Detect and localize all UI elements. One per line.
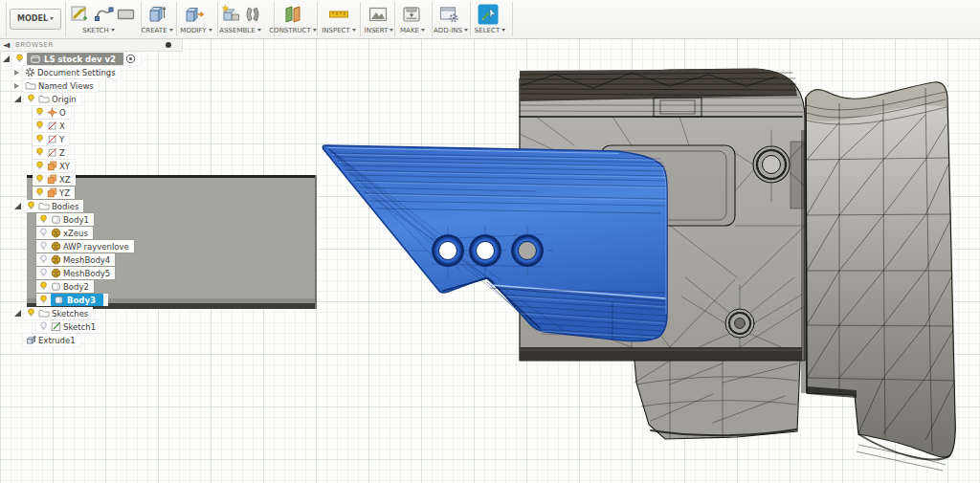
- component-icon: [30, 54, 41, 64]
- solid-body-icon: [51, 214, 61, 225]
- measure-icon[interactable]: [327, 3, 350, 26]
- divider: [65, 2, 66, 36]
- visibility-bulb-on-icon[interactable]: [34, 161, 45, 171]
- create-form-icon[interactable]: [145, 3, 168, 26]
- rectangle-tool-icon[interactable]: [115, 3, 138, 26]
- tree-label: Body1: [63, 215, 89, 225]
- visibility-bulb-on-icon[interactable]: [34, 134, 45, 144]
- tree-item-plane-xz[interactable]: XZ: [33, 173, 76, 186]
- viewport-scene: [0, 38, 980, 483]
- visibility-bulb-off-icon[interactable]: [38, 254, 49, 265]
- new-component-icon[interactable]: [220, 3, 243, 26]
- toolbar: MODEL SKETCH CREATE MODIFY ASSEMBLE CONS…: [0, 0, 980, 39]
- tree-label: xZeus: [63, 229, 88, 238]
- tree-item-meshbody4[interactable]: MeshBody4: [36, 253, 115, 266]
- stock-hole-3: [511, 234, 544, 267]
- visibility-bulb-off-icon[interactable]: [38, 321, 49, 332]
- origin-point-icon: [47, 107, 57, 118]
- tree-item-plane-xy[interactable]: XY: [33, 160, 75, 172]
- dock-collapse-icon[interactable]: ◄▮: [3, 38, 11, 51]
- mesh-body-icon: [51, 241, 61, 252]
- solid-body-icon: [51, 281, 61, 292]
- browser-title: BROWSER: [15, 41, 54, 49]
- chevron-down-icon: [501, 29, 505, 32]
- tree-item-axis-z[interactable]: Z: [33, 146, 70, 159]
- visibility-bulb-off-icon[interactable]: [38, 268, 49, 278]
- tree-item-body3-selected[interactable]: Body3: [36, 294, 108, 306]
- stock-hole-2: [469, 234, 501, 267]
- selected-root-chip[interactable]: LS stock dev v2: [27, 53, 123, 65]
- tree-item-document-settings[interactable]: Document Settings: [14, 66, 121, 78]
- chevron-down-icon: [257, 29, 261, 32]
- visibility-bulb-on-icon[interactable]: [26, 94, 36, 104]
- tree-label: Named Views: [38, 81, 94, 91]
- tree-label: Origin: [52, 95, 77, 104]
- tree-label: Document Settings: [37, 68, 116, 77]
- expand-open-icon[interactable]: [14, 203, 21, 209]
- press-pull-icon[interactable]: [183, 3, 206, 26]
- selected-body-chip[interactable]: Body3: [51, 294, 103, 306]
- tree-item-axis-y[interactable]: Y: [33, 133, 69, 145]
- addins-icon[interactable]: [437, 3, 460, 26]
- expand-open-icon[interactable]: [3, 55, 10, 62]
- expand-closed-icon[interactable]: [14, 83, 19, 89]
- create-sketch-icon[interactable]: [69, 3, 92, 26]
- tree-item-origin-folder[interactable]: Origin: [14, 93, 81, 105]
- visibility-bulb-on-icon[interactable]: [38, 214, 49, 225]
- tree-label: LS stock dev v2: [44, 55, 116, 64]
- sketch-menu[interactable]: SKETCH: [68, 27, 129, 34]
- visibility-bulb-on-icon[interactable]: [34, 174, 45, 185]
- tree-label: Extrude1: [38, 336, 76, 345]
- viewport-body-blue-stock[interactable]: [323, 145, 667, 341]
- tree-item-origin-point[interactable]: O: [33, 106, 71, 119]
- tree-item-axis-x[interactable]: X: [33, 120, 70, 132]
- visibility-bulb-on-icon[interactable]: [34, 107, 45, 118]
- tree-item-sketches-folder[interactable]: Sketches: [14, 307, 93, 319]
- tree-label: MeshBody5: [63, 269, 110, 278]
- expand-open-icon[interactable]: [14, 96, 21, 102]
- browser-header[interactable]: ◄▮ BROWSER: [0, 38, 183, 52]
- mesh-body-icon: [51, 228, 61, 238]
- visibility-bulb-on-icon[interactable]: [26, 308, 36, 318]
- workspace-label: MODEL: [17, 14, 48, 23]
- tree-item-meshbody5[interactable]: MeshBody5: [36, 267, 115, 279]
- tree-item-xzeus[interactable]: xZeus: [36, 227, 93, 239]
- spline-tool-icon[interactable]: [93, 3, 116, 26]
- timeline-feature-extrude1[interactable]: Extrude1: [23, 334, 80, 346]
- tree-item-sketch1[interactable]: Sketch1: [36, 320, 100, 333]
- expand-closed-icon[interactable]: [14, 70, 19, 76]
- tree-item-plane-yz[interactable]: YZ: [33, 187, 75, 199]
- tree-item-body1[interactable]: Body1: [36, 213, 94, 226]
- expand-open-icon[interactable]: [14, 310, 21, 317]
- visibility-bulb-on-icon[interactable]: [14, 54, 25, 64]
- divider: [512, 2, 513, 36]
- visibility-bulb-on-icon[interactable]: [38, 281, 49, 292]
- tree-item-root-component[interactable]: LS stock dev v2: [3, 53, 141, 65]
- insert-image-icon[interactable]: [367, 3, 390, 26]
- visibility-bulb-on-icon[interactable]: [34, 187, 45, 198]
- visibility-bulb-on-icon[interactable]: [26, 201, 36, 211]
- tree-label: Z: [59, 148, 65, 158]
- visibility-bulb-on-icon[interactable]: [34, 121, 45, 131]
- make-3dprint-icon[interactable]: [400, 3, 423, 26]
- visibility-bulb-on-icon[interactable]: [34, 147, 45, 158]
- tree-label: Body2: [63, 282, 89, 292]
- plane-icon: [47, 187, 57, 198]
- folder-icon: [38, 308, 50, 318]
- workspace-dropdown[interactable]: MODEL: [10, 9, 61, 30]
- visibility-bulb-off-icon[interactable]: [38, 241, 49, 252]
- select-tool-icon[interactable]: [477, 3, 500, 26]
- tree-label: X: [59, 121, 65, 131]
- tree-item-bodies-folder[interactable]: Bodies: [14, 200, 83, 212]
- tree-item-awp-rayvenlove[interactable]: AWP rayvenlove: [36, 240, 134, 252]
- browser-options-icon[interactable]: [166, 42, 172, 49]
- construct-plane-icon[interactable]: [281, 3, 304, 26]
- activate-component-radio-icon[interactable]: [125, 54, 136, 64]
- tree-item-named-views[interactable]: Named Views: [14, 79, 99, 92]
- tree-item-body2[interactable]: Body2: [36, 280, 94, 293]
- visibility-bulb-off-icon[interactable]: [38, 228, 49, 238]
- visibility-bulb-on-icon[interactable]: [38, 295, 49, 305]
- stock-hole-1: [432, 234, 464, 267]
- viewport-body-mesh-buttpad[interactable]: [806, 82, 955, 471]
- joint-icon[interactable]: [241, 3, 264, 26]
